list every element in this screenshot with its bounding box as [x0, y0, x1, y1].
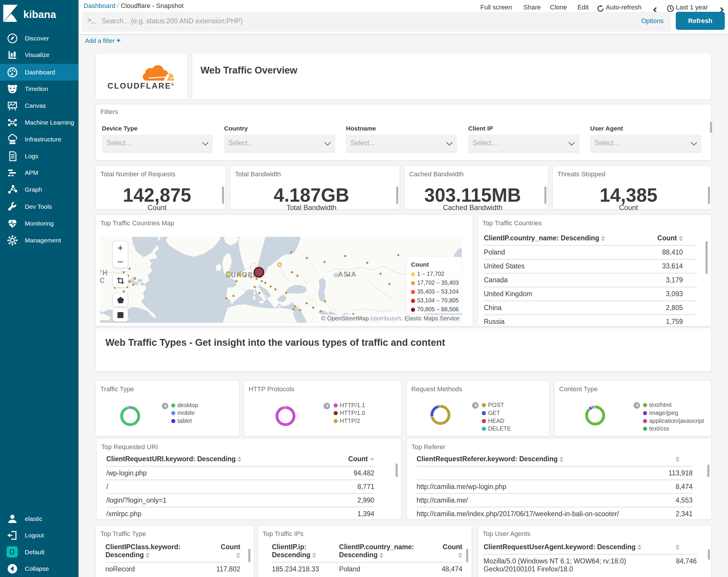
svg-text:ASIA: ASIA: [338, 271, 357, 278]
svg-text:IC: IC: [100, 277, 105, 284]
svg-text:TH: TH: [100, 269, 108, 277]
